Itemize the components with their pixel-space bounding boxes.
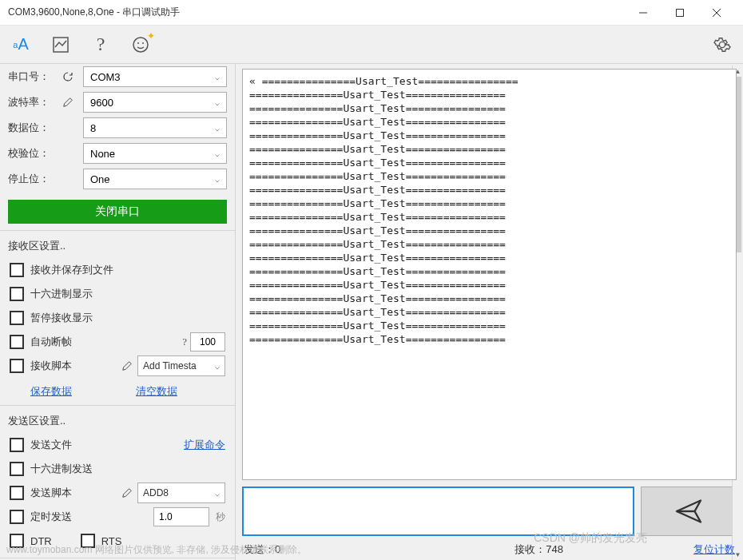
svg-rect-1	[677, 9, 684, 16]
tx-timed-label: 定时发送	[30, 510, 72, 524]
baud-select[interactable]: 9600⌵	[83, 92, 227, 113]
reset-counter-link[interactable]: 复位计数	[693, 542, 735, 557]
tx-sendfile-label: 发送文件	[30, 438, 72, 452]
rx-section-header: 接收区设置..	[0, 230, 235, 258]
window-title: COM3,9600,None,8,One - 串口调试助手	[8, 6, 180, 19]
clear-data-link[interactable]: 清空数据	[136, 384, 177, 399]
rx-savefile-checkbox[interactable]	[10, 263, 24, 277]
baud-value: 9600	[90, 97, 113, 109]
content: « ===============Usart_Test=============…	[236, 64, 743, 560]
port-label: 串口号：	[8, 70, 56, 84]
main: 串口号： COM3⌵ 波特率： 9600⌵ 数据位： 8⌵ 校验位： None⌵…	[0, 64, 743, 560]
edit-icon[interactable]	[120, 359, 134, 373]
watermark-text: CSDN @帅的发光发亮	[534, 531, 647, 546]
send-button[interactable]	[641, 487, 737, 536]
toolbar: aA ? ✦	[0, 26, 743, 64]
tx-hex-label: 十六进制发送	[30, 462, 93, 476]
tx-script-label: 发送脚本	[30, 486, 72, 500]
timed-unit: 秒	[216, 510, 225, 524]
watermark-text: www.toymoban.com 网络图片仅供预览, 非存储, 涉及侵权请联系删…	[6, 543, 307, 557]
stopbits-select[interactable]: One⌵	[83, 169, 227, 189]
rx-autobreak-label: 自动断帧	[30, 335, 72, 349]
rx-script-checkbox[interactable]	[10, 359, 24, 373]
status-bar: 发送：0 接收：748 复位计数	[236, 541, 743, 560]
tx-hex-checkbox[interactable]	[10, 462, 24, 476]
parity-label: 校验位：	[8, 146, 56, 161]
timed-input[interactable]	[153, 507, 209, 526]
rx-savefile-label: 接收并保存到文件	[30, 263, 113, 277]
tx-script-checkbox[interactable]	[10, 486, 24, 500]
tx-timed-checkbox[interactable]	[10, 510, 24, 524]
font-size-icon[interactable]: aA	[10, 34, 32, 56]
chevron-down-icon: ⌵	[215, 175, 220, 184]
smiley-icon[interactable]: ✦	[129, 34, 152, 56]
rx-hex-label: 十六进制显示	[30, 287, 93, 301]
receive-terminal[interactable]: « ===============Usart_Test=============…	[242, 69, 737, 480]
save-data-link[interactable]: 保存数据	[30, 384, 72, 399]
svg-point-7	[142, 42, 144, 44]
autobreak-input[interactable]	[190, 332, 225, 351]
tx-sendfile-checkbox[interactable]	[10, 438, 24, 452]
rx-autobreak-checkbox[interactable]	[10, 335, 24, 349]
svg-point-5	[133, 38, 148, 52]
edit-icon[interactable]	[61, 95, 75, 109]
autobreak-hint[interactable]: ?	[182, 336, 187, 348]
send-input[interactable]	[242, 487, 634, 536]
rx-script-label: 接收脚本	[30, 359, 72, 373]
minimize-button[interactable]	[625, 0, 662, 26]
baud-label: 波特率：	[8, 95, 56, 109]
databits-select[interactable]: 8⌵	[83, 117, 227, 138]
help-icon[interactable]: ?	[89, 34, 112, 56]
databits-value: 8	[90, 122, 96, 134]
settings-icon[interactable]	[711, 34, 733, 56]
rx-pause-label: 暂停接收显示	[30, 311, 93, 325]
stopbits-value: One	[90, 173, 110, 185]
chevron-down-icon: ⌵	[215, 124, 220, 133]
chevron-down-icon: ⌵	[215, 362, 220, 371]
databits-label: 数据位：	[8, 121, 56, 135]
tx-section-header: 发送区设置..	[0, 405, 235, 433]
refresh-icon[interactable]	[61, 70, 75, 84]
rx-hex-checkbox[interactable]	[10, 287, 24, 301]
titlebar: COM3,9600,None,8,One - 串口调试助手	[0, 0, 743, 26]
ext-cmd-link[interactable]: 扩展命令	[184, 438, 225, 452]
port-select[interactable]: COM3⌵	[83, 66, 227, 87]
parity-select[interactable]: None⌵	[83, 143, 227, 164]
close-port-button[interactable]: 关闭串口	[8, 200, 227, 224]
maximize-button[interactable]	[662, 0, 698, 26]
chart-icon[interactable]	[50, 34, 72, 56]
port-value: COM3	[90, 71, 121, 83]
parity-value: None	[90, 148, 115, 160]
chevron-down-icon: ⌵	[215, 149, 220, 158]
edit-icon[interactable]	[120, 486, 134, 500]
window-controls	[625, 0, 735, 26]
rx-script-select[interactable]: Add Timesta⌵	[137, 355, 225, 376]
tx-script-select[interactable]: ADD8⌵	[137, 483, 225, 503]
sidebar: 串口号： COM3⌵ 波特率： 9600⌵ 数据位： 8⌵ 校验位： None⌵…	[0, 64, 236, 560]
close-button[interactable]	[698, 0, 735, 26]
stopbits-label: 停止位：	[8, 172, 56, 186]
svg-point-6	[137, 42, 139, 44]
rx-pause-checkbox[interactable]	[10, 311, 24, 325]
chevron-down-icon: ⌵	[215, 73, 220, 81]
chevron-down-icon: ⌵	[215, 98, 220, 107]
chevron-down-icon: ⌵	[215, 489, 220, 498]
